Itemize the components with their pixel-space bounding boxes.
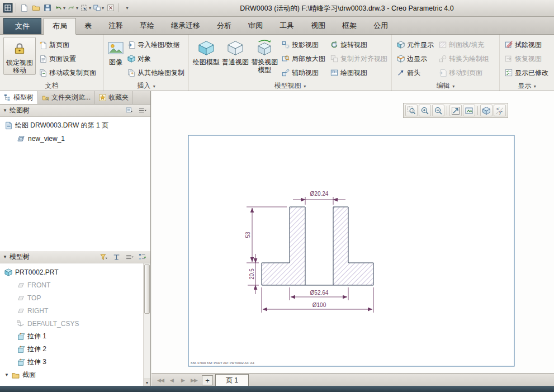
- convert-to-draft-button[interactable]: 转换为绘制组: [437, 53, 491, 65]
- window-layout-button[interactable]: ▾: [92, 2, 105, 14]
- tab-common[interactable]: 公用: [365, 17, 396, 34]
- tab-framework[interactable]: 框架: [334, 17, 365, 34]
- group-document-body: 锁定视图 移动 新页面 页面设置 移动或复制页面: [0, 35, 103, 81]
- auxiliary-view-button[interactable]: 辅助视图: [280, 67, 327, 79]
- select-mode-button[interactable]: ▾: [79, 2, 92, 14]
- tab-analysis[interactable]: 分析: [209, 17, 240, 34]
- tab-file[interactable]: 文件: [3, 18, 41, 34]
- model-tree-item-extrude-2[interactable]: 拉伸 2: [0, 343, 143, 356]
- zoom-region-button[interactable]: [405, 105, 418, 116]
- drawing-tree-collapse-arrow[interactable]: ▼: [3, 108, 7, 113]
- tab-tools[interactable]: 工具: [271, 17, 302, 34]
- page-tab-1[interactable]: 页 1: [215, 374, 249, 386]
- model-tree-item-default-csys[interactable]: DEFAULT_CSYS: [0, 317, 143, 330]
- drawing-view-button[interactable]: 绘图视图: [329, 67, 389, 79]
- model-tree-item-front[interactable]: FRONT: [0, 278, 143, 291]
- drawing-sheet-svg[interactable]: Ø20.24 53 20.5: [151, 91, 554, 373]
- previous-page-button[interactable]: ◀: [166, 375, 177, 386]
- group-model-views-label[interactable]: 模型视图 ▾: [189, 81, 391, 91]
- model-tree-columns-button[interactable]: [111, 252, 122, 262]
- erase-view-button[interactable]: 拭除视图: [503, 39, 550, 51]
- edge-display-button[interactable]: 边显示: [395, 53, 435, 65]
- model-tree-display-options-button[interactable]: [124, 252, 135, 262]
- first-page-button[interactable]: ◀◀: [155, 375, 166, 386]
- next-page-button[interactable]: ▶: [177, 375, 188, 386]
- arrows-button[interactable]: 箭头: [395, 67, 435, 79]
- tab-layout[interactable]: 布局: [44, 18, 76, 35]
- sections-collapse-arrow[interactable]: ▼: [4, 372, 9, 377]
- projection-view-button[interactable]: 投影视图: [280, 39, 327, 51]
- drawing-tree-item-sheet[interactable]: 绘图 DRW0003.DRW 的第 1 页: [0, 119, 150, 132]
- new-page-button[interactable]: 新页面: [37, 39, 98, 51]
- resume-view-button[interactable]: 恢复视图: [503, 53, 550, 65]
- group-edit-label[interactable]: 编辑 ▾: [392, 81, 499, 91]
- move-copy-page-button[interactable]: 移动或复制页面: [37, 67, 98, 79]
- open-file-button[interactable]: [30, 2, 41, 14]
- page-setup-button[interactable]: 页面设置: [37, 53, 98, 65]
- redo-button[interactable]: ▾: [67, 2, 79, 14]
- save-button[interactable]: [42, 2, 53, 14]
- graphics-area[interactable]: Ø20.24 53 20.5: [151, 91, 554, 373]
- customize-toolbar-button[interactable]: ▾: [121, 2, 132, 14]
- general-view-button[interactable]: 普通视图: [221, 37, 249, 66]
- model-tree-item-extrude-1[interactable]: 拉伸 1: [0, 330, 143, 343]
- hatch-fill-button[interactable]: 剖面线/填充: [437, 39, 491, 51]
- replace-view-model-button[interactable]: 替换视图 模型: [251, 37, 278, 74]
- dimension-hub-text[interactable]: Ø52.64: [310, 290, 329, 296]
- scrollbar-down-button[interactable]: ▼: [144, 379, 150, 386]
- model-tree-switch-button[interactable]: [137, 252, 148, 262]
- group-display-label[interactable]: 显示 ▾: [500, 81, 554, 91]
- close-window-button[interactable]: [105, 2, 116, 14]
- drawing-tree-item-view[interactable]: new_view_1: [0, 132, 150, 145]
- model-tree-scrollbar[interactable]: ▼: [143, 263, 150, 386]
- move-to-page-button[interactable]: 移动到页面: [437, 67, 491, 79]
- model-tree-filter-button[interactable]: [98, 252, 109, 262]
- last-page-button[interactable]: ▶▶: [188, 375, 200, 386]
- copy-align-view-button[interactable]: 复制并对齐视图: [329, 53, 389, 65]
- model-tree-item-top[interactable]: TOP: [0, 291, 143, 304]
- repaint-button[interactable]: [463, 105, 475, 116]
- drawing-model-button[interactable]: 绘图模型: [192, 37, 220, 66]
- new-file-button[interactable]: [18, 2, 30, 14]
- dimension-hole-text[interactable]: Ø20.24: [310, 191, 329, 197]
- refit-button[interactable]: [449, 105, 462, 116]
- dimension-height-text[interactable]: 53: [245, 232, 251, 238]
- model-tree-item-right[interactable]: RIGHT: [0, 304, 143, 317]
- app-menu-button[interactable]: [2, 2, 13, 14]
- image-button[interactable]: 图像: [107, 37, 124, 66]
- tab-view[interactable]: 视图: [302, 17, 334, 34]
- group-insert-label[interactable]: 插入 ▾: [104, 81, 188, 91]
- drawing-tree-settings-button[interactable]: [124, 106, 135, 116]
- tab-legacy-migration[interactable]: 继承迁移: [163, 17, 209, 34]
- tab-favorites[interactable]: 收藏夹: [95, 91, 133, 104]
- tab-model-tree[interactable]: 模型树: [0, 91, 38, 104]
- copy-from-other-drawing-button[interactable]: 从其他绘图复制: [126, 67, 186, 79]
- model-tree-item-extrude-3[interactable]: 拉伸 3: [0, 356, 143, 369]
- add-page-button[interactable]: +: [202, 375, 213, 385]
- dimension-flange-thickness-text[interactable]: 20.5: [249, 268, 255, 280]
- zoom-in-button[interactable]: [419, 105, 431, 116]
- detail-view-button[interactable]: 局部放大图: [280, 53, 327, 65]
- tab-review[interactable]: 审阅: [240, 17, 271, 34]
- component-display-button[interactable]: 元件显示: [395, 39, 435, 51]
- lock-view-movement-button[interactable]: 锁定视图 移动: [3, 37, 36, 75]
- object-button[interactable]: 对象: [126, 53, 186, 65]
- zoom-out-button[interactable]: [432, 105, 444, 116]
- tab-folder-browser[interactable]: 文件夹浏览...: [38, 91, 95, 104]
- import-drawing-data-button[interactable]: 导入绘图/数据: [126, 39, 186, 51]
- model-tree-item-sections[interactable]: ▼ 截面: [0, 369, 143, 381]
- undo-button[interactable]: ▾: [54, 2, 66, 14]
- show-modified-button[interactable]: 显示已修改: [503, 67, 550, 79]
- tab-sketch[interactable]: 草绘: [131, 17, 163, 34]
- model-tree-collapse-arrow[interactable]: ▼: [3, 254, 7, 259]
- rotated-view-button[interactable]: 旋转视图: [329, 39, 389, 51]
- model-tree-item-part[interactable]: PRT0002.PRT: [0, 266, 143, 278]
- drawing-tree-display-options-button[interactable]: [137, 106, 148, 116]
- status-bar: [0, 386, 554, 392]
- tab-table[interactable]: 表: [76, 17, 100, 34]
- scrollbar-thumb[interactable]: [144, 265, 150, 314]
- display-style-button[interactable]: [480, 105, 493, 116]
- tab-annotate[interactable]: 注释: [100, 17, 131, 34]
- dimension-flange-text[interactable]: Ø100: [312, 302, 326, 308]
- saved-orientations-button[interactable]: x/y*: [494, 105, 506, 116]
